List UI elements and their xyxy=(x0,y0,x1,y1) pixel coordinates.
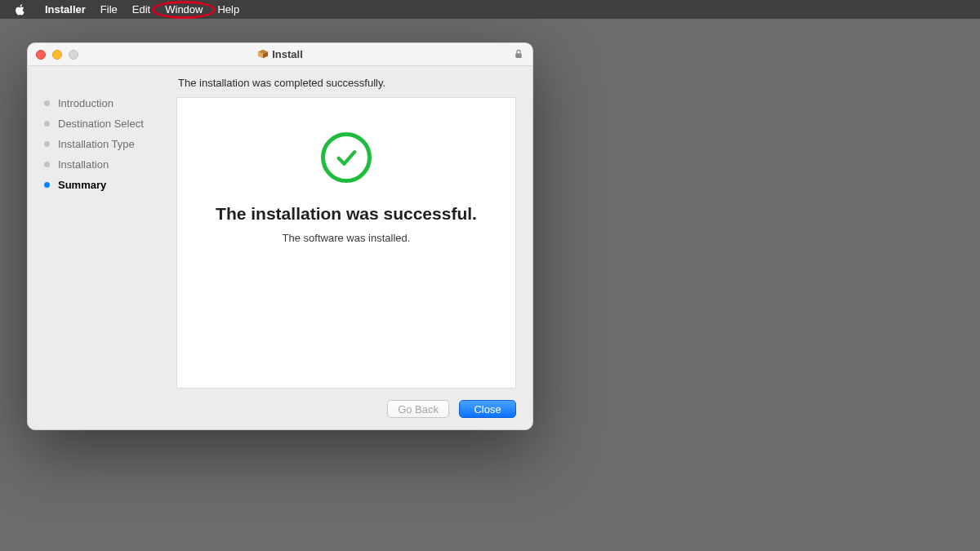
window-minimize-button[interactable] xyxy=(52,50,62,60)
step-dot-icon xyxy=(44,100,50,106)
steps-sidebar: Introduction Destination Select Installa… xyxy=(44,74,176,389)
window-title: Install xyxy=(28,48,532,60)
close-button[interactable]: Close xyxy=(459,400,516,418)
menu-help[interactable]: Help xyxy=(210,0,247,19)
main-pane: The installation was completed successfu… xyxy=(176,74,516,389)
installer-window-shadow: Install Introduction Destination Select xyxy=(27,42,533,430)
go-back-button: Go Back xyxy=(387,400,449,418)
installer-window: Install Introduction Destination Select xyxy=(27,42,533,430)
success-subtitle: The software was installed. xyxy=(283,232,411,244)
headline-text: The installation was completed successfu… xyxy=(178,77,516,89)
step-installation-type: Installation Type xyxy=(44,138,176,150)
window-title-text: Install xyxy=(272,48,303,60)
menu-window[interactable]: Window xyxy=(158,0,210,19)
menu-edit[interactable]: Edit xyxy=(125,0,158,19)
step-label: Destination Select xyxy=(58,118,144,130)
success-title: The installation was successful. xyxy=(216,204,477,224)
step-label: Summary xyxy=(58,179,106,191)
menu-app-name[interactable]: Installer xyxy=(38,0,93,19)
titlebar[interactable]: Install xyxy=(28,43,532,66)
step-label: Installation Type xyxy=(58,138,135,150)
step-dot-icon xyxy=(44,141,50,147)
package-icon xyxy=(257,48,269,60)
window-content: Introduction Destination Select Installa… xyxy=(28,66,532,389)
step-label: Installation xyxy=(58,158,109,171)
menubar: Installer File Edit Window Help xyxy=(0,0,980,19)
result-panel: The installation was successful. The sof… xyxy=(176,97,516,389)
step-dot-icon xyxy=(44,121,50,127)
window-controls xyxy=(28,50,78,60)
lock-icon[interactable] xyxy=(514,47,523,62)
window-close-button[interactable] xyxy=(36,50,46,60)
step-dot-icon xyxy=(44,182,50,188)
step-summary: Summary xyxy=(44,179,176,191)
step-introduction: Introduction xyxy=(44,97,176,109)
menu-file[interactable]: File xyxy=(93,0,125,19)
step-destination-select: Destination Select xyxy=(44,118,176,130)
success-check-icon xyxy=(321,132,372,183)
window-zoom-button xyxy=(69,50,78,60)
step-dot-icon xyxy=(44,162,50,167)
step-label: Introduction xyxy=(58,97,114,109)
svg-rect-0 xyxy=(515,53,522,58)
apple-menu-icon[interactable] xyxy=(15,4,26,16)
step-installation: Installation xyxy=(44,158,176,171)
footer: Go Back Close xyxy=(28,389,532,429)
